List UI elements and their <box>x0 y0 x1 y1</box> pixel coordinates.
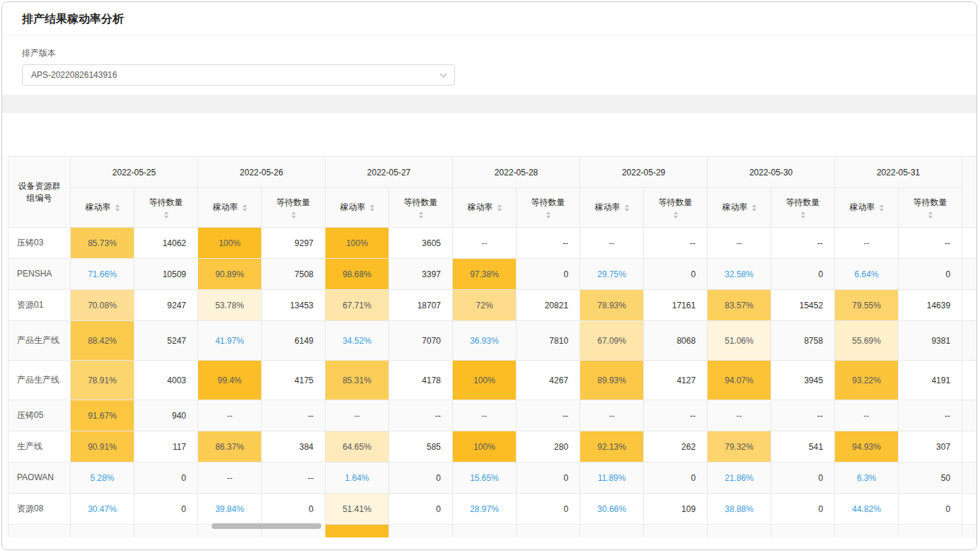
rate-cell[interactable]: 6.64% <box>835 259 899 290</box>
rate-cell[interactable]: 6.3% <box>835 462 899 494</box>
header-date: 2022-05-29 <box>580 157 708 188</box>
sort-carets-icon <box>243 204 247 211</box>
wait-cell: -- <box>771 400 835 431</box>
wait-cell: 9247 <box>134 290 198 321</box>
row-name-cell: PENSHA <box>8 259 71 290</box>
header-wait-sort[interactable]: 等待数量 <box>389 188 453 228</box>
rate-cell[interactable]: 11.89% <box>580 462 644 494</box>
rate-cell[interactable]: 32.58% <box>708 259 771 290</box>
wait-cell: -- <box>644 400 708 431</box>
chevron-down-icon <box>440 71 447 78</box>
header-date: 2022-05-26 <box>198 157 325 188</box>
header-rate-sort[interactable]: 稼动率 <box>835 188 899 228</box>
header-wait-sort[interactable]: 等待数量 <box>771 188 835 228</box>
wait-cell <box>644 525 708 538</box>
header-rate-label: 稼动率 <box>86 202 111 214</box>
header-rate-sort[interactable]: 稼动率 <box>453 188 517 228</box>
caret-up-icon <box>370 204 374 207</box>
caret-up-icon <box>292 211 296 214</box>
table-row <box>8 525 978 538</box>
wait-cell: 0 <box>517 259 580 290</box>
rate-cell: 70.08% <box>71 290 134 321</box>
wait-cell: 7810 <box>517 321 580 361</box>
caret-up-icon <box>625 204 629 207</box>
rate-cell[interactable]: 71.66% <box>71 259 134 290</box>
rate-cell: 97.38% <box>453 259 517 290</box>
rate-cell: -- <box>198 462 262 494</box>
wait-cell: 4003 <box>134 361 198 400</box>
rate-cell[interactable]: 28.97% <box>453 494 517 525</box>
rate-cell[interactable]: 29.75% <box>580 259 644 290</box>
rate-cell[interactable]: 30.66% <box>580 494 644 525</box>
rate-cell: -- <box>708 400 771 431</box>
rate-cell[interactable]: 5.28% <box>71 462 134 494</box>
wait-cell: 384 <box>262 431 325 462</box>
sort-carets-icon <box>928 211 933 219</box>
wait-cell: 0 <box>644 462 708 494</box>
wait-cell: 6149 <box>262 321 325 361</box>
horizontal-scrollbar-thumb[interactable] <box>212 523 321 529</box>
rate-cell[interactable]: 38.88% <box>708 494 771 525</box>
rate-cell[interactable]: 15.65% <box>453 462 517 494</box>
rate-cell: 88.42% <box>71 321 134 361</box>
header-rate-sort[interactable]: 稼动率 <box>325 188 389 228</box>
header-wait-sort[interactable]: 等待数量 <box>134 188 198 228</box>
rate-cell[interactable]: 36.93% <box>453 321 517 361</box>
caret-down-icon <box>880 209 884 211</box>
header-rate-sort[interactable]: 稼动率 <box>708 188 771 228</box>
wait-cell: 0 <box>134 494 198 525</box>
rate-cell: 99.4% <box>198 361 262 400</box>
table-section: 设备资源群组编号2022-05-252022-05-262022-05-2720… <box>2 113 976 550</box>
clipped-cell <box>962 431 977 462</box>
rate-cell: 91.67% <box>71 400 134 431</box>
rate-cell[interactable]: 1.64% <box>325 462 389 494</box>
sort-carets-icon <box>292 211 296 219</box>
rate-cell[interactable]: 44.82% <box>835 494 899 525</box>
table-row: 产品生产线78.91%400399.4%417585.31%4178100%42… <box>8 361 978 400</box>
rate-cell[interactable]: 34.52% <box>325 321 389 361</box>
rate-cell: 51.41% <box>325 494 389 525</box>
clipped-cell <box>962 259 977 290</box>
rate-cell[interactable]: 39.84% <box>198 494 262 525</box>
rate-cell[interactable]: 21.86% <box>708 462 771 494</box>
rate-cell: 85.31% <box>325 361 389 400</box>
wait-cell: 262 <box>644 431 708 462</box>
rate-cell: 64.65% <box>325 431 389 462</box>
header-rate-sort[interactable]: 稼动率 <box>198 188 262 228</box>
caret-up-icon <box>674 211 678 214</box>
title-divider <box>2 35 976 35</box>
header-wait-sort[interactable]: 等待数量 <box>517 188 580 228</box>
wait-cell: 3605 <box>389 228 453 259</box>
clipped-cell <box>962 290 977 321</box>
wait-cell: 20821 <box>517 290 580 321</box>
table-row: 资源0830.47%039.84%051.41%028.97%030.66%10… <box>8 494 978 525</box>
wait-cell: 7508 <box>262 259 325 290</box>
wait-cell: -- <box>517 400 580 431</box>
row-name-cell: 压铸03 <box>8 228 71 259</box>
version-select[interactable]: APS-20220826143916 <box>22 64 455 86</box>
wait-cell: 13453 <box>262 290 325 321</box>
clipped-cell <box>962 361 977 400</box>
header-rate-label: 稼动率 <box>850 202 875 214</box>
header-wait-sort[interactable]: 等待数量 <box>262 188 325 228</box>
caret-up-icon <box>928 211 933 214</box>
rate-cell: -- <box>453 228 517 259</box>
header-wait-sort[interactable]: 等待数量 <box>899 188 962 228</box>
caret-down-icon <box>674 216 678 219</box>
wait-cell: 0 <box>771 462 835 494</box>
wait-cell: 5247 <box>134 321 198 361</box>
rate-cell: 90.91% <box>71 431 134 462</box>
rate-cell[interactable]: 41.97% <box>198 321 262 361</box>
rate-cell[interactable]: 30.47% <box>71 494 134 525</box>
header-rate-sort[interactable]: 稼动率 <box>580 188 644 228</box>
header-wait-label: 等待数量 <box>404 197 438 209</box>
rate-cell: 100% <box>325 228 389 259</box>
header-rate-sort[interactable]: 稼动率 <box>71 188 134 228</box>
wait-cell: 4127 <box>644 361 708 400</box>
rate-cell: -- <box>835 228 899 259</box>
header-wait-sort[interactable]: 等待数量 <box>644 188 708 228</box>
sort-carets-icon <box>115 204 120 211</box>
row-name-cell: 产品生产线 <box>8 321 71 361</box>
rate-cell <box>835 525 899 538</box>
rate-cell: 79.55% <box>835 290 899 321</box>
